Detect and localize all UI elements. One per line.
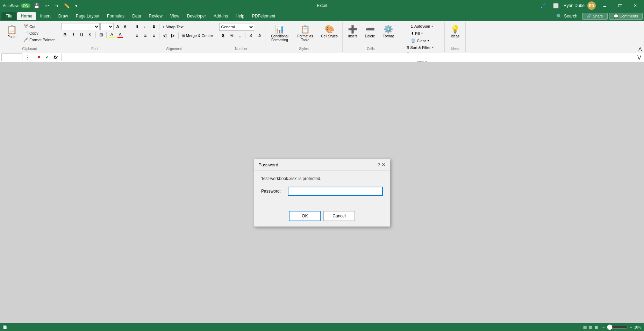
tab-insert[interactable]: Insert: [37, 12, 54, 20]
format-painter-button[interactable]: 🖌️ Format Painter: [22, 36, 57, 43]
comma-button[interactable]: ,: [236, 32, 244, 39]
comments-button[interactable]: 💬 Comments: [609, 13, 643, 20]
close-button[interactable]: ✕: [629, 2, 641, 9]
increase-decimal-button[interactable]: .0: [247, 32, 255, 39]
tab-help[interactable]: Help: [232, 12, 248, 20]
tab-view[interactable]: View: [167, 12, 183, 20]
number-format-select[interactable]: General: [219, 23, 254, 31]
format-as-table-button[interactable]: 📋 Format as Table: [293, 23, 317, 44]
formula-expand-button[interactable]: ⋁: [636, 54, 643, 61]
formula-input[interactable]: [64, 53, 634, 61]
share-button[interactable]: 🔗 Share: [582, 13, 607, 20]
borders-button[interactable]: ⊞: [97, 31, 105, 39]
wrap-text-button[interactable]: ↵ Wrap Text: [161, 24, 185, 30]
cell-styles-button[interactable]: 🎨 Cell Styles: [319, 23, 340, 40]
maximize-button[interactable]: 🗖: [614, 2, 627, 9]
strikethrough-button[interactable]: S: [86, 31, 94, 39]
zoom-slider[interactable]: [607, 324, 628, 330]
confirm-formula-button[interactable]: ✓: [44, 54, 51, 61]
align-top-button[interactable]: ⬆: [133, 23, 141, 31]
indent-increase-button[interactable]: ▷: [169, 32, 177, 39]
align-bottom-button[interactable]: ⬇: [150, 23, 158, 31]
font-name-select[interactable]: [61, 23, 100, 30]
sort-filter-button[interactable]: ⇅ Sort & Filter ▾: [405, 44, 435, 51]
merge-center-button[interactable]: ⊞ Merge & Center: [180, 33, 215, 39]
copy-button[interactable]: 📄 Copy: [22, 30, 57, 36]
font-size-select[interactable]: [100, 23, 114, 30]
tab-home[interactable]: Home: [17, 12, 36, 20]
insert-icon: ➕: [348, 25, 357, 34]
avatar[interactable]: RD: [587, 1, 596, 10]
tab-file[interactable]: File: [1, 12, 16, 20]
number-content: General $ % , .0 .0: [219, 23, 263, 46]
decrease-decimal-button[interactable]: .0: [255, 32, 263, 39]
align-middle-button[interactable]: ↔: [142, 23, 149, 31]
cell-styles-label: Cell Styles: [321, 34, 337, 38]
status-left: 📄: [3, 325, 583, 329]
tab-developer[interactable]: Developer: [184, 12, 210, 20]
clear-button[interactable]: 🗑️ Clear ▾: [409, 37, 430, 44]
dialog-close-button[interactable]: ✕: [381, 162, 386, 167]
currency-button[interactable]: $: [219, 32, 227, 39]
cut-icon: ✂️: [23, 24, 28, 29]
cancel-button[interactable]: Cancel: [323, 211, 355, 221]
bold-button[interactable]: B: [61, 31, 69, 39]
align-right-button[interactable]: ≡: [150, 32, 158, 39]
delete-button[interactable]: ➖ Delete: [362, 23, 378, 40]
autosum-button[interactable]: Σ AutoSum ▾: [409, 23, 435, 29]
align-center-button[interactable]: ≡: [142, 32, 149, 39]
ribbon-collapse-button[interactable]: ⋀: [638, 46, 642, 51]
align-left-button[interactable]: ≡: [133, 32, 141, 39]
font-color-button[interactable]: A: [116, 32, 124, 38]
ok-button[interactable]: OK: [289, 211, 321, 221]
save-button[interactable]: 💾: [32, 2, 42, 9]
fill-color-bar: [109, 37, 115, 38]
page-layout-view-button[interactable]: ▥: [589, 325, 592, 330]
decrease-font-button[interactable]: A: [122, 23, 129, 30]
tab-formulas[interactable]: Formulas: [103, 12, 128, 20]
zoom-in-button[interactable]: +: [630, 325, 632, 329]
fill-button[interactable]: ⬇ Fill ▾: [409, 30, 430, 37]
display-mode-button[interactable]: ⬜: [551, 2, 561, 9]
percent-button[interactable]: %: [228, 32, 235, 39]
search-label[interactable]: Search: [564, 14, 577, 19]
font-separator-2: [106, 32, 107, 38]
conditional-formatting-button[interactable]: 📊 Conditional Formatting: [267, 23, 292, 44]
redo-button[interactable]: ↪: [52, 2, 60, 9]
tab-page-layout[interactable]: Page Layout: [72, 12, 103, 20]
insert-function-button[interactable]: fx: [52, 54, 59, 61]
minimize-button[interactable]: 🗕: [599, 2, 611, 9]
more-functions-button[interactable]: ⋮: [24, 54, 31, 61]
copy-label: Copy: [29, 31, 38, 35]
italic-button[interactable]: I: [70, 31, 77, 39]
tab-pdfelement[interactable]: PDFelement: [249, 12, 279, 20]
align-separator-2: [159, 33, 159, 39]
normal-view-button[interactable]: ▤: [583, 325, 587, 330]
format-button[interactable]: ⚙️ Format: [380, 23, 397, 40]
autosum-dropdown: ▾: [431, 25, 433, 28]
cancel-formula-button[interactable]: ✕: [35, 54, 42, 61]
touch-mode-button[interactable]: ✏️: [62, 2, 72, 9]
dialog-message: 'test-workbook.xlsx' is protected.: [261, 176, 383, 181]
zoom-out-button[interactable]: −: [602, 325, 604, 329]
insert-button[interactable]: ➕ Insert: [345, 23, 360, 40]
pen-tool-button[interactable]: 🖊️: [538, 2, 548, 9]
indent-decrease-button[interactable]: ◁: [161, 32, 169, 39]
dialog-help-button[interactable]: ?: [378, 162, 380, 167]
underline-button[interactable]: U: [78, 31, 86, 39]
name-box[interactable]: [1, 53, 22, 61]
tab-draw[interactable]: Draw: [55, 12, 72, 20]
customize-button[interactable]: ▾: [73, 2, 80, 9]
password-input[interactable]: [288, 187, 383, 196]
tab-data[interactable]: Data: [129, 12, 144, 20]
tab-review[interactable]: Review: [145, 12, 166, 20]
cut-button[interactable]: ✂️ Cut: [22, 23, 57, 30]
page-break-view-button[interactable]: ▦: [594, 325, 598, 330]
increase-font-button[interactable]: A: [114, 23, 121, 30]
tab-add-ins[interactable]: Add-ins: [210, 12, 231, 20]
autosave-toggle[interactable]: ON: [21, 3, 30, 8]
paste-button[interactable]: 📋 Paste: [3, 23, 21, 41]
fill-color-button[interactable]: A: [108, 32, 116, 38]
undo-button[interactable]: ↩: [43, 2, 51, 9]
ideas-button[interactable]: 💡 Ideas: [447, 23, 463, 40]
